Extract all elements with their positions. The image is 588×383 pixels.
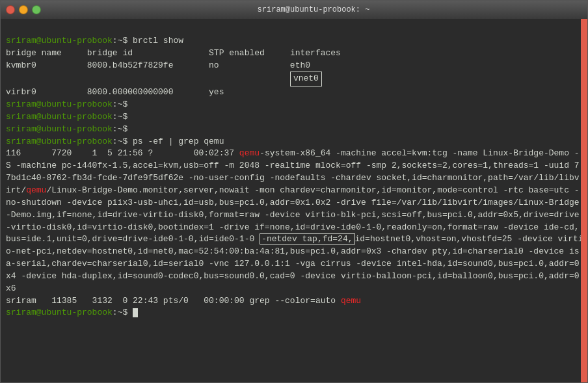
scrollbar-thumb[interactable]	[581, 19, 587, 382]
minimize-button[interactable]	[19, 5, 28, 14]
window-title: sriram@ubuntu-probook: ~	[45, 5, 582, 14]
titlebar: sriram@ubuntu-probook: ~	[1, 1, 587, 19]
vnet0-highlight: vnet0	[290, 72, 322, 86]
terminal-body[interactable]: sriram@ubuntu-probook:~$ brctl show brid…	[1, 19, 587, 382]
cursor	[133, 308, 138, 317]
terminal-window: sriram@ubuntu-probook: ~ sriram@ubuntu-p…	[0, 0, 588, 383]
netdev-highlight: -netdev tap,fd=24,	[260, 233, 354, 244]
maximize-button[interactable]	[32, 5, 41, 14]
close-button[interactable]	[6, 5, 15, 14]
terminal-output: sriram@ubuntu-probook:~$ brctl show brid…	[6, 23, 583, 332]
scrollbar[interactable]	[581, 19, 587, 382]
